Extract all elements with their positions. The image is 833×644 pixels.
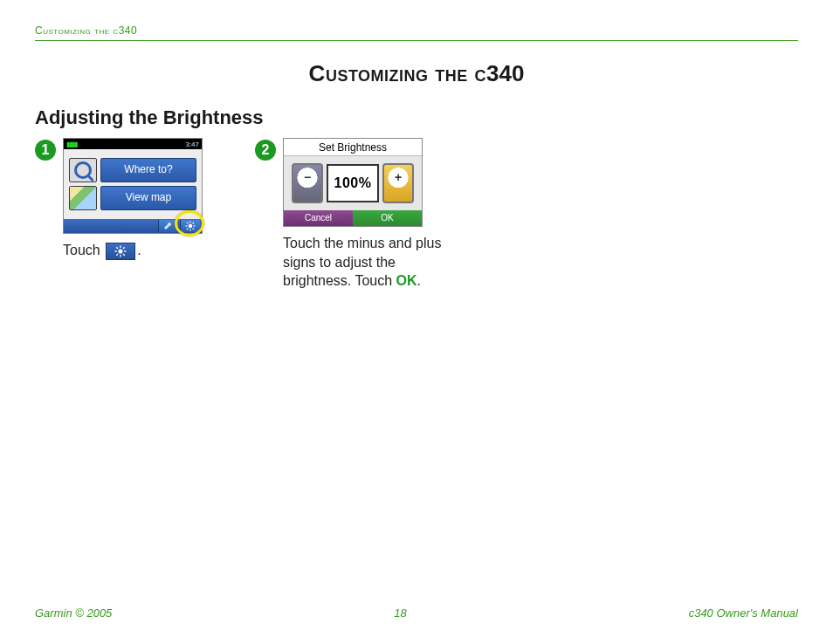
svg-point-9 [119,249,123,253]
svg-line-7 [187,229,188,230]
map-icon [69,186,97,210]
page-footer: Garmin © 2005 18 c340 Owner's Manual [35,606,798,620]
step-1-caption: Touch . [63,241,203,260]
screenshot-set-brightness: Set Brightness − 100% + Cancel OK [283,138,423,227]
footer-left: Garmin © 2005 [35,606,112,620]
svg-line-6 [193,229,194,230]
step-2: 2 Set Brightness − 100% + Cancel OK Touc… [255,138,466,291]
view-map-button[interactable]: View map [100,186,196,210]
brightness-dialog-title: Set Brightness [284,139,422,156]
section-heading: Adjusting the Brightness [35,106,798,129]
screenshot-main-menu: ▮▮▮▮ 3:47 Where to? View map [63,138,203,234]
step-number-2: 2 [255,140,276,161]
search-icon [69,158,97,182]
svg-line-15 [123,254,125,256]
inline-brightness-icon [106,243,135,260]
clock-readout: 3:47 [185,140,199,148]
svg-line-14 [116,247,118,249]
svg-line-5 [187,223,188,223]
page-title: Customizing the c340 [35,60,798,87]
step-2-caption: Touch the minus and plus signs to adjust… [283,234,466,291]
signal-icon: ▮▮▮▮ [66,140,77,148]
brightness-plus-button[interactable]: + [382,163,414,203]
step-1: 1 ▮▮▮▮ 3:47 Where to? View map [35,138,203,291]
page-number: 18 [394,606,406,620]
step-number-1: 1 [35,140,56,161]
svg-point-0 [189,224,192,228]
brightness-value: 100% [327,164,379,202]
svg-line-16 [116,254,118,256]
running-header: Customizing the c340 [35,24,798,41]
svg-line-17 [123,247,125,249]
brightness-minus-button[interactable]: − [292,163,323,203]
svg-line-8 [193,223,194,223]
wrench-icon[interactable] [158,220,178,232]
cancel-button[interactable]: Cancel [284,210,353,226]
ok-button[interactable]: OK [353,210,422,226]
where-to-button[interactable]: Where to? [100,158,196,182]
footer-right: c340 Owner's Manual [689,606,798,620]
brightness-icon[interactable] [180,220,200,232]
